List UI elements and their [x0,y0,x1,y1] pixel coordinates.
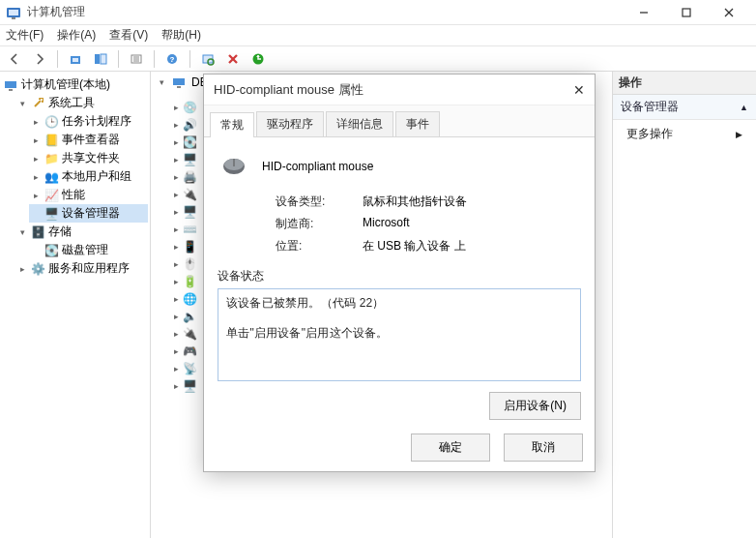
back-button[interactable] [4,48,25,70]
device-category[interactable]: ▸🔊 [174,116,199,134]
tab-details[interactable]: 详细信息 [326,111,393,136]
close-button[interactable] [708,0,750,25]
device-category[interactable]: ▸🔋 [174,273,199,290]
minimize-button[interactable] [623,0,665,25]
titlebar: 计算机管理 [0,0,756,25]
expand-icon[interactable]: ▸ [174,381,179,391]
tree-event-viewer[interactable]: ▸📒事件查看器 [29,131,148,149]
collapse-icon[interactable]: ▾ [17,227,27,237]
tree-disk-mgmt[interactable]: 💽磁盘管理 [29,241,148,259]
svg-rect-1 [9,10,18,15]
dialog-body: HID-compliant mouse 设备类型:鼠标和其他指针设备 制造商:M… [204,137,595,430]
up-button[interactable] [65,48,86,70]
tree-label: 系统工具 [48,95,95,111]
log-icon: 📒 [44,134,58,147]
manufacturer-label: 制造商: [276,216,343,232]
expand-icon[interactable]: ▸ [174,312,179,321]
manufacturer-value: Microsoft [363,216,410,232]
expand-icon[interactable]: ▸ [17,264,27,274]
expand-icon[interactable]: ▸ [31,154,41,164]
help-button[interactable]: ? [161,48,183,70]
expand-icon[interactable]: ▸ [174,242,179,252]
device-category[interactable]: ▸🖨️ [174,168,199,186]
tree-label: 服务和应用程序 [48,260,130,277]
expand-icon[interactable]: ▸ [174,172,179,182]
tree-system-tools[interactable]: ▾ 系统工具 [15,94,148,112]
expand-icon[interactable]: ▸ [31,172,41,182]
expand-icon[interactable]: ▸ [174,224,179,234]
device-category[interactable]: ▸🎮 [174,343,199,360]
device-category[interactable]: ▸🔌 [174,186,199,203]
svg-text:?: ? [170,55,175,64]
right-pane-more-actions[interactable]: 更多操作 ▶ [613,120,756,148]
expand-icon[interactable]: ▸ [174,120,179,130]
device-category[interactable]: ▸⌨️ [174,221,199,238]
expand-icon[interactable]: ▸ [174,155,179,164]
expand-icon[interactable]: ▸ [31,117,41,127]
uninstall-device-button[interactable] [222,48,244,70]
tree-label: 性能 [62,187,85,203]
tab-driver[interactable]: 驱动程序 [256,111,324,136]
enable-device-button[interactable]: 启用设备(N) [489,392,581,420]
expand-icon[interactable]: ▸ [174,207,179,217]
collapse-icon[interactable]: ▾ [17,99,27,108]
right-pane-section-label: 设备管理器 [621,99,679,115]
expand-icon[interactable]: ▸ [174,294,179,304]
expand-icon[interactable]: ▸ [174,190,179,199]
device-category[interactable]: ▸🔌 [174,325,199,343]
device-category[interactable]: ▸🖥️ [174,203,199,221]
dialog-footer: 确定 取消 [411,433,583,462]
device-category[interactable]: ▸💽 [174,134,199,151]
expand-icon[interactable]: ▸ [174,364,179,374]
services-icon: ⚙️ [31,262,44,276]
left-pane: 计算机管理(本地) ▾ 系统工具 ▸🕒任务计划程序 ▸📒事件查看器 ▸📁共享文件… [0,72,151,538]
right-pane: 操作 设备管理器 ▲ 更多操作 ▶ [613,72,756,538]
menu-file[interactable]: 文件(F) [6,27,44,44]
expand-icon[interactable]: ▸ [174,346,179,356]
menu-view[interactable]: 查看(V) [109,27,148,44]
properties-button[interactable] [126,48,147,70]
tab-general[interactable]: 常规 [210,112,254,137]
enable-device-button[interactable] [247,48,269,70]
device-category[interactable]: ▸📡 [174,360,199,377]
menu-action[interactable]: 操作(A) [57,27,96,44]
device-category[interactable]: ▸🖱️ [174,255,199,273]
device-category[interactable]: ▸🖥️ [174,151,199,168]
tree-shared-folders[interactable]: ▸📁共享文件夹 [29,149,148,167]
expand-icon[interactable]: ▸ [174,277,179,286]
tree-root[interactable]: 计算机管理(本地) [2,75,148,94]
maximize-button[interactable] [665,0,708,25]
tree-task-scheduler[interactable]: ▸🕒任务计划程序 [29,112,148,131]
perf-icon: 📈 [44,189,58,202]
device-category[interactable]: ▸📱 [174,238,199,255]
device-category[interactable]: ▸💿 [174,99,199,116]
right-pane-section[interactable]: 设备管理器 ▲ [613,95,756,120]
collapse-icon[interactable]: ▲ [740,103,748,112]
expand-icon[interactable]: ▸ [31,191,41,200]
device-status-text[interactable] [218,288,581,381]
expand-icon[interactable]: ▸ [174,259,179,269]
tree-local-users[interactable]: ▸👥本地用户和组 [29,167,148,186]
menu-help[interactable]: 帮助(H) [161,27,201,44]
collapse-icon[interactable]: ▾ [157,77,166,87]
tree-storage[interactable]: ▾ 🗄️ 存储 [15,223,148,241]
device-category[interactable]: ▸🌐 [174,290,199,308]
expand-icon[interactable]: ▸ [174,103,179,112]
device-category[interactable]: ▸🖥️ [174,377,199,395]
device-category[interactable]: ▸🔈 [174,308,199,325]
forward-button[interactable] [29,48,50,70]
tab-events[interactable]: 事件 [395,111,440,136]
tree-device-manager[interactable]: 🖥️设备管理器 [29,204,148,223]
device-category-list: ▸💿 ▸🔊 ▸💽 ▸🖥️ ▸🖨️ ▸🔌 ▸🖥️ ▸⌨️ ▸📱 ▸🖱️ ▸🔋 ▸🌐… [174,99,199,395]
toolbar: ? [0,46,756,72]
cancel-button[interactable]: 取消 [504,433,583,462]
tree-performance[interactable]: ▸📈性能 [29,186,148,204]
show-hide-tree-button[interactable] [90,48,111,70]
scan-hardware-button[interactable] [197,48,218,70]
tree-services[interactable]: ▸⚙️服务和应用程序 [15,259,148,278]
expand-icon[interactable]: ▸ [31,135,41,145]
expand-icon[interactable]: ▸ [174,137,179,147]
ok-button[interactable]: 确定 [411,433,490,462]
dialog-close-button[interactable]: ✕ [573,82,585,98]
expand-icon[interactable]: ▸ [174,329,179,339]
